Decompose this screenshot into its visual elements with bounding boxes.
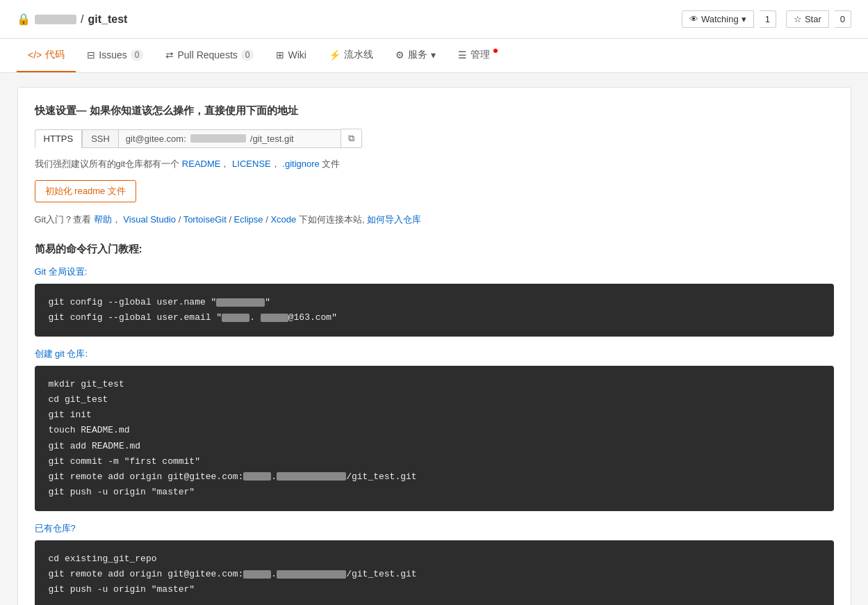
header-actions: 👁 Watching ▾ 1 ☆ Star 0 <box>682 10 851 28</box>
email-blur2 <box>261 314 288 322</box>
chevron-down-icon: ▾ <box>742 14 746 24</box>
eclipse-link[interactable]: Eclipse <box>234 214 263 225</box>
star-icon: ☆ <box>794 14 802 24</box>
create-repo-code: mkdir git_test cd git_test git init touc… <box>35 366 834 511</box>
existing-repo-subtitle: 已有仓库? <box>35 522 834 535</box>
help-links: Git入门？查看 帮助， Visual Studio / TortoiseGit… <box>35 213 834 226</box>
wiki-icon: ⊞ <box>276 49 284 60</box>
issues-badge: 0 <box>131 49 144 60</box>
repo-name: git_test <box>88 13 127 26</box>
issues-icon: ⊟ <box>87 49 95 60</box>
tab-code[interactable]: </> 代码 <box>17 39 76 72</box>
recommend-text: 我们强烈建议所有的git仓库都有一个 README， LICENSE， .git… <box>35 158 834 170</box>
watch-label: Watching <box>701 14 739 24</box>
url-field: git@gitee.com:/git_test.git <box>119 129 341 148</box>
pipeline-icon: ⚡ <box>329 49 341 60</box>
manage-icon: ☰ <box>458 49 467 60</box>
repo-separator: / <box>81 13 83 26</box>
star-count: 0 <box>835 10 851 28</box>
copy-url-button[interactable]: ⧉ <box>341 129 362 148</box>
tortoisegit-link[interactable]: TortoiseGit <box>183 214 227 225</box>
git-global-subtitle: Git 全局设置: <box>35 266 834 278</box>
eye-icon: 👁 <box>689 14 698 24</box>
user-avatar-blur <box>35 15 76 24</box>
gitignore-link[interactable]: .gitignore <box>282 159 319 169</box>
main-content: 快速设置— 如果你知道该怎么操作，直接使用下面的地址 HTTPS SSH git… <box>17 87 851 605</box>
nav-tabs: </> 代码 ⊟ Issues 0 ⇄ Pull Requests 0 ⊞ Wi… <box>0 39 868 73</box>
email-blur1 <box>222 314 249 322</box>
xcode-link[interactable]: Xcode <box>270 214 296 225</box>
tab-pullrequests[interactable]: ⇄ Pull Requests 0 <box>154 40 265 72</box>
pr-badge: 0 <box>241 49 254 60</box>
star-button[interactable]: ☆ Star <box>786 10 829 28</box>
visual-studio-link[interactable]: Visual Studio <box>123 214 176 225</box>
remote-user-blur <box>243 472 271 481</box>
code-icon: </> <box>28 49 42 60</box>
existing-domain-blur <box>277 570 346 579</box>
init-readme-button[interactable]: 初始化 readme 文件 <box>35 180 136 202</box>
quick-setup-title: 快速设置— 如果你知道该怎么操作，直接使用下面的地址 <box>35 104 834 118</box>
url-section: HTTPS SSH git@gitee.com:/git_test.git ⧉ <box>35 129 834 148</box>
watch-count: 1 <box>760 10 776 28</box>
chevron-down-icon: ▾ <box>431 49 436 60</box>
license-link[interactable]: LICENSE <box>232 159 271 169</box>
tutorial-title: 简易的命令行入门教程: <box>35 243 834 256</box>
manage-dot <box>493 49 498 53</box>
lock-icon: 🔒 <box>17 13 31 26</box>
tab-issues[interactable]: ⊟ Issues 0 <box>76 40 154 72</box>
git-global-code: git config --global user.name "" git con… <box>35 284 834 337</box>
readme-link[interactable]: README <box>182 159 221 169</box>
tab-wiki[interactable]: ⊞ Wiki <box>265 40 317 72</box>
create-repo-subtitle: 创建 git 仓库: <box>35 348 834 360</box>
remote-domain-blur <box>277 472 346 481</box>
import-repo-link[interactable]: 如何导入仓库 <box>367 214 421 225</box>
url-user-blur <box>190 134 246 143</box>
existing-user-blur <box>243 570 271 579</box>
watch-button[interactable]: 👁 Watching ▾ <box>682 10 754 28</box>
username-blur <box>216 298 265 307</box>
tab-services[interactable]: ⚙ 服务 ▾ <box>384 39 447 72</box>
ssh-tab[interactable]: SSH <box>82 129 119 148</box>
pr-icon: ⇄ <box>165 49 174 60</box>
services-icon: ⚙ <box>395 49 404 60</box>
tab-manage[interactable]: ☰ 管理 <box>447 39 509 72</box>
https-tab[interactable]: HTTPS <box>35 129 83 148</box>
help-link[interactable]: 帮助 <box>94 214 112 225</box>
star-label: Star <box>805 14 821 24</box>
repo-title: 🔒 / git_test <box>17 13 127 26</box>
existing-repo-code: cd existing_git_repo git remote add orig… <box>35 540 834 605</box>
tab-pipeline[interactable]: ⚡ 流水线 <box>318 39 384 72</box>
